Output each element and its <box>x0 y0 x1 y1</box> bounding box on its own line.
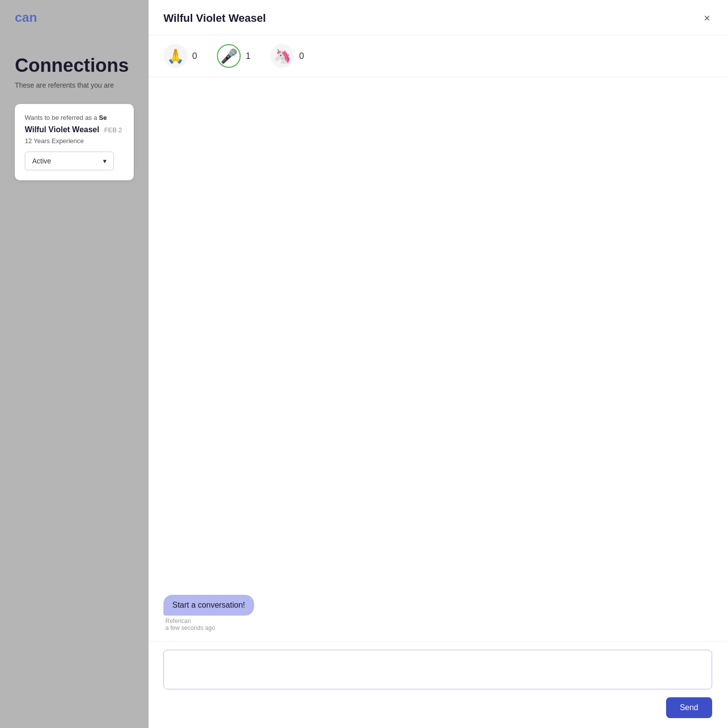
tab-unicorn[interactable]: 🦄 0 <box>270 35 324 77</box>
card-role: Se <box>99 114 107 121</box>
tab-prayer[interactable]: 🙏 0 <box>163 35 217 77</box>
page-subtitle: These are referents that you are <box>15 81 134 89</box>
card-referral-text: Wants to be referred as a Se <box>25 114 124 121</box>
modal-footer: Send <box>149 641 727 728</box>
app-logo: can <box>15 10 134 25</box>
tab-microphone[interactable]: 🎤 1 <box>217 35 270 77</box>
unicorn-count: 0 <box>299 51 304 61</box>
chat-sender: Referican <box>165 618 191 624</box>
chevron-down-icon: ▾ <box>103 157 106 165</box>
modal-header: Wilful Violet Weasel × <box>149 0 727 35</box>
close-button[interactable]: × <box>702 11 712 26</box>
microphone-count: 1 <box>246 51 251 61</box>
prayer-icon: 🙏 <box>163 44 187 68</box>
card-experience: 12 Years Experience <box>25 137 124 145</box>
status-value: Active <box>32 157 51 165</box>
modal-title: Wilful Violet Weasel <box>163 12 266 25</box>
status-select[interactable]: Active ▾ <box>25 152 114 170</box>
modal-panel: Wilful Violet Weasel × 🙏 0 🎤 1 🦄 0 Start… <box>149 0 727 728</box>
chat-bubble: Start a conversation! <box>163 595 254 616</box>
chat-message-wrap: Start a conversation! Referican a few se… <box>163 595 712 631</box>
background-content: can Connections These are referents that… <box>0 0 149 728</box>
card-date: FEB 2 <box>104 126 122 134</box>
prayer-count: 0 <box>192 51 197 61</box>
chat-meta: Referican a few seconds ago <box>163 618 215 631</box>
connection-card: Wants to be referred as a Se Wilful Viol… <box>15 104 134 180</box>
page-heading: Connections <box>15 55 134 76</box>
send-button[interactable]: Send <box>666 697 712 718</box>
message-input[interactable] <box>163 650 712 689</box>
icon-tabs-bar: 🙏 0 🎤 1 🦄 0 <box>149 35 727 77</box>
footer-actions: Send <box>163 697 712 718</box>
microphone-icon: 🎤 <box>217 44 241 68</box>
chat-area: Start a conversation! Referican a few se… <box>163 595 712 631</box>
modal-body: Start a conversation! Referican a few se… <box>149 77 727 641</box>
card-name: Wilful Violet Weasel <box>25 125 99 134</box>
chat-timestamp: a few seconds ago <box>165 624 215 631</box>
unicorn-icon: 🦄 <box>270 44 294 68</box>
